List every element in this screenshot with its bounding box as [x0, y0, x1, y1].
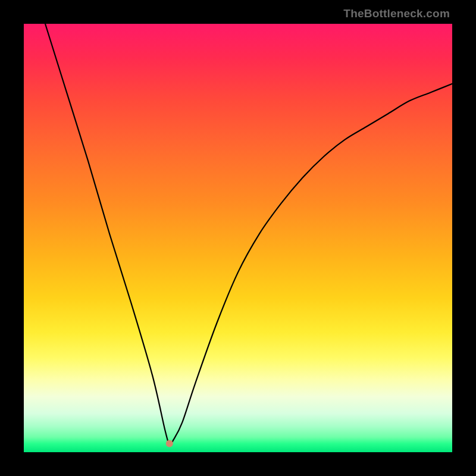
minimum-marker-dot [166, 440, 173, 447]
plot-area [24, 24, 452, 452]
chart-frame: TheBottleneck.com [0, 0, 476, 476]
curve-layer [24, 24, 452, 452]
watermark-text: TheBottleneck.com [343, 7, 450, 20]
bottleneck-curve [45, 24, 452, 444]
